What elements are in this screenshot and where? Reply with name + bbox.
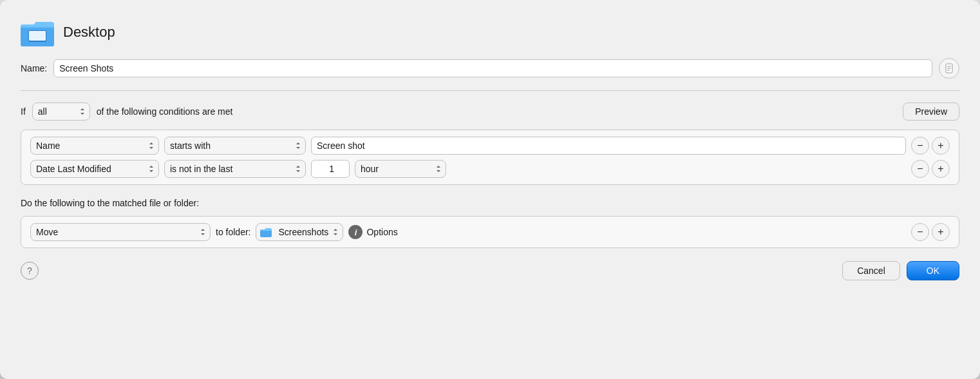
action-add-button[interactable]: + xyxy=(932,223,950,241)
do-following-label: Do the following to the matched file or … xyxy=(21,198,959,208)
folder-icon xyxy=(21,18,54,46)
ok-button[interactable]: OK xyxy=(907,261,959,280)
svg-rect-5 xyxy=(35,41,40,42)
condition1-buttons: − + xyxy=(911,137,950,155)
condition1-add-button[interactable]: + xyxy=(932,137,950,155)
right-buttons: Cancel OK xyxy=(842,261,959,280)
conditions-label: of the following conditions are met xyxy=(97,106,896,117)
if-label: If xyxy=(21,106,26,117)
condition1-operator-dropdown[interactable]: starts with ends with contains is is not xyxy=(164,137,306,155)
action-box: Move Copy Alias Label Run Script to fold… xyxy=(21,216,959,248)
condition2-buttons: − + xyxy=(911,160,950,178)
header: Desktop xyxy=(21,18,959,46)
condition2-number-input[interactable] xyxy=(311,160,350,178)
action-buttons: − + xyxy=(911,223,950,241)
condition1-field-dropdown[interactable]: Name Kind Date Last Modified Date Create… xyxy=(30,137,159,155)
condition-row-1: Name Kind Date Last Modified Date Create… xyxy=(30,137,950,155)
name-input[interactable] xyxy=(53,59,932,77)
cancel-button[interactable]: Cancel xyxy=(842,261,900,280)
folder-mini-icon xyxy=(256,228,276,237)
action-row: Move Copy Alias Label Run Script to fold… xyxy=(30,223,950,241)
name-label: Name: xyxy=(21,63,47,73)
condition-row-2: Name Kind Date Last Modified Date Create… xyxy=(30,160,950,178)
to-folder-label: to folder: xyxy=(216,227,250,237)
info-icon: i xyxy=(348,225,363,239)
svg-rect-4 xyxy=(29,31,46,41)
condition1-value-input[interactable] xyxy=(311,137,906,155)
help-button[interactable]: ? xyxy=(21,262,39,280)
condition2-unit-dropdown[interactable]: hour day week month year xyxy=(355,160,446,177)
condition1-remove-button[interactable]: − xyxy=(911,137,929,155)
smart-folder-dialog: Desktop Name: If all any none of the fol… xyxy=(0,0,980,379)
if-row: If all any none of the following conditi… xyxy=(21,102,959,121)
condition2-add-button[interactable]: + xyxy=(932,160,950,178)
doc-icon-button[interactable] xyxy=(939,58,959,79)
condition2-remove-button[interactable]: − xyxy=(911,160,929,178)
conditions-box: Name Kind Date Last Modified Date Create… xyxy=(21,130,959,185)
dialog-title: Desktop xyxy=(63,24,115,41)
options-button[interactable]: i Options xyxy=(348,225,397,239)
action-move-dropdown[interactable]: Move Copy Alias Label Run Script xyxy=(30,223,211,241)
folder-dropdown[interactable]: Screenshots Desktop Documents Downloads xyxy=(276,224,343,240)
folder-select-wrapper: Screenshots Desktop Documents Downloads xyxy=(256,223,343,241)
bottom-row: ? Cancel OK xyxy=(21,261,959,280)
name-row: Name: xyxy=(21,58,959,91)
condition2-operator-dropdown[interactable]: is in the last is not in the last is tod… xyxy=(164,160,306,178)
action-remove-button[interactable]: − xyxy=(911,223,929,241)
condition2-unit-wrapper: hour day week month year xyxy=(355,160,446,178)
preview-button[interactable]: Preview xyxy=(903,102,959,121)
options-label: Options xyxy=(366,227,397,237)
condition2-field-dropdown[interactable]: Name Kind Date Last Modified Date Create… xyxy=(30,160,159,178)
all-dropdown[interactable]: all any none xyxy=(32,102,90,121)
